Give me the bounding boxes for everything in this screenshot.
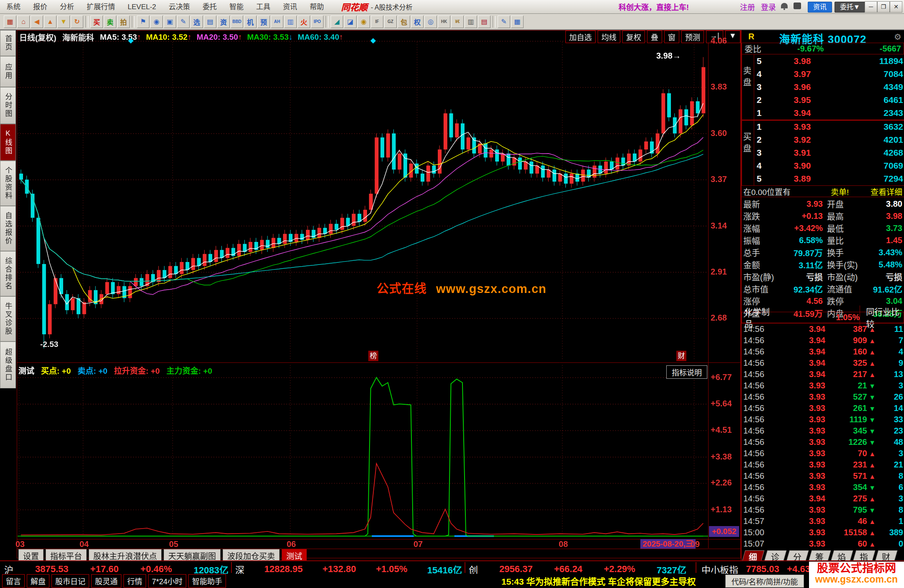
tick-trade-row[interactable]: 15:07 3.93 60 0	[742, 538, 904, 549]
report-icon[interactable]: ▥	[284, 15, 297, 28]
indicator-name[interactable]: 测试	[18, 365, 34, 376]
bbd-icon[interactable]: BBD	[231, 15, 243, 28]
tick-trade-row[interactable]: 14:56 3.94 275 3	[742, 493, 904, 504]
bag-icon[interactable]: 包	[398, 15, 410, 28]
tick-trade-row[interactable]: 14:56 3.93 571 8	[742, 470, 904, 482]
bottom-bar-button[interactable]: 股市日记	[51, 574, 89, 588]
tick-trade-row[interactable]: 14:56 3.94 217 13	[742, 369, 904, 380]
bottom-bar-button[interactable]: 股灵通	[91, 574, 121, 588]
down-arrow-icon[interactable]: ▼	[57, 15, 70, 28]
menu-item[interactable]: 扩展行情	[80, 0, 121, 13]
select-icon[interactable]: 选	[190, 15, 203, 28]
news-button[interactable]: 资讯	[808, 2, 832, 13]
buy-queue-row[interactable]: 53.897294	[754, 172, 904, 185]
back-icon[interactable]: ◀	[31, 15, 43, 28]
kline-icon[interactable]: ◪	[344, 15, 357, 28]
buy-icon[interactable]: 买	[90, 15, 103, 28]
left-tab[interactable]: 超级盘口	[0, 342, 16, 388]
sell-queue-row[interactable]: 33.964349	[754, 80, 904, 93]
buy-queue-row[interactable]: 43.907069	[754, 159, 904, 172]
tick-trade-row[interactable]: 14:56 3.93 1226 48	[742, 437, 904, 448]
left-tab[interactable]: K线图	[0, 124, 16, 161]
register-link[interactable]: 注册	[740, 1, 755, 12]
left-tab[interactable]: 综合排名	[0, 251, 16, 296]
chart-tool-button[interactable]: ▼	[725, 31, 740, 43]
menu-item[interactable]: 工具	[250, 0, 277, 13]
flag-icon[interactable]: ⚑	[137, 15, 149, 28]
menu-item[interactable]: 帮助	[303, 0, 330, 13]
us-flag-icon[interactable]: ▤	[478, 15, 491, 28]
tick-trade-row[interactable]: 14:56 3.93 261 14	[742, 403, 904, 414]
separator[interactable]	[85, 16, 88, 28]
chart-tool-button[interactable]: 均线	[598, 31, 620, 43]
fx-icon[interactable]: ¥€	[451, 15, 464, 28]
tick-trade-row[interactable]: 14:56 3.93 70 3	[742, 448, 904, 459]
separator[interactable]	[132, 16, 135, 28]
chart-tool-button[interactable]: 复权	[622, 31, 645, 43]
menu-item[interactable]: 智能	[223, 0, 250, 13]
tick-trade-row[interactable]: 14:56 3.93 354 6	[742, 482, 904, 493]
palette-icon[interactable]: ▦	[4, 15, 16, 28]
edit-icon[interactable]: ✎	[177, 15, 190, 28]
promo-link[interactable]: 科创大涨，直接上车!	[619, 1, 689, 12]
rights-icon[interactable]: 权	[411, 15, 424, 28]
sell-queue-row[interactable]: 43.977084	[754, 67, 904, 80]
rank-button[interactable]: 榜	[368, 351, 378, 361]
menu-item[interactable]: 分析	[54, 0, 80, 13]
auction-icon[interactable]: 拍	[117, 15, 130, 28]
monitor-icon[interactable]: ▣	[164, 15, 176, 28]
trade-button[interactable]: 委托▼	[835, 2, 865, 13]
bank-icon[interactable]: ▥	[465, 15, 477, 28]
finance-button[interactable]: 财	[676, 351, 686, 361]
capital-icon[interactable]: 资	[217, 15, 230, 28]
tick-trade-row[interactable]: 14:56 3.93 345 23	[742, 425, 904, 437]
buy-queue-row[interactable]: 23.924201	[754, 133, 904, 146]
up-arrow-icon[interactable]: ▲	[44, 15, 56, 28]
event-diamond-icon[interactable]: ◆	[370, 36, 376, 45]
refresh-icon[interactable]: ↻	[71, 15, 83, 28]
tick-trade-row[interactable]: 14:57 3.93 46 1	[742, 516, 904, 527]
indicator-help-button[interactable]: 指标说明	[666, 365, 707, 379]
tick-trade-row[interactable]: 14:56 3.93 1119 33	[742, 414, 904, 425]
left-tab[interactable]: 自选报价	[0, 206, 16, 251]
menu-item[interactable]: 系统	[0, 0, 27, 13]
bottom-bar-button[interactable]: 留言	[2, 574, 25, 588]
sector-row[interactable]: 化学制品 1.05% 同行业比较	[742, 312, 904, 323]
clock-icon[interactable]: ◉	[150, 15, 163, 28]
menu-item[interactable]: 资讯	[277, 0, 303, 13]
tick-trade-row[interactable]: 14:56 3.93 795 8	[742, 504, 904, 516]
tick-trade-row[interactable]: 15:00 3.93 15158 389	[742, 527, 904, 538]
sell-icon[interactable]: 卖	[104, 15, 116, 28]
separator[interactable]	[493, 16, 496, 28]
ah-icon[interactable]: AH	[271, 15, 283, 28]
bottom-bar-button[interactable]: 解盘	[27, 574, 49, 588]
chart-tool-button[interactable]: 叠	[647, 31, 662, 43]
tick-trade-row[interactable]: 14:56 3.94 387 11	[742, 324, 904, 335]
close-button[interactable]: ✕	[890, 1, 902, 13]
gift-icon[interactable]	[794, 3, 801, 9]
tick-trade-row[interactable]: 14:56 3.93 21 3	[742, 380, 904, 391]
buy-queue-row[interactable]: 13.933632	[754, 120, 904, 133]
coin-icon[interactable]: ◉	[357, 15, 370, 28]
tick-trade-row[interactable]: 14:56 3.93 527 26	[742, 391, 904, 403]
chart-tool-button[interactable]: 预测	[681, 31, 704, 43]
forecast-icon[interactable]: 预	[257, 15, 270, 28]
tick-trade-row[interactable]: 14:56 3.94 325 9	[742, 357, 904, 369]
event-diamond-icon[interactable]: ◆	[128, 36, 134, 45]
bottom-bar-button[interactable]: 7*24小时	[148, 574, 186, 588]
keyboard-icon[interactable]: ▦	[511, 15, 524, 28]
chart-period[interactable]: 日线(复权)	[19, 31, 56, 43]
restore-button[interactable]: ❐	[877, 1, 890, 13]
login-link[interactable]: 登录	[761, 1, 776, 12]
sell-queue-row[interactable]: 23.956461	[754, 94, 904, 107]
menu-item[interactable]: LEVEL-2	[121, 0, 162, 13]
bell-icon[interactable]	[781, 3, 788, 8]
sell-queue-row[interactable]: 13.942343	[754, 107, 904, 120]
ipo-icon[interactable]: IPO	[311, 15, 324, 28]
tick-trade-row[interactable]: 14:56 3.93 231 21	[742, 459, 904, 470]
chart-tool-button[interactable]: 窗	[664, 31, 679, 43]
chart-tool-button[interactable]: 加自选	[565, 31, 596, 43]
menu-item[interactable]: 委托	[196, 0, 223, 13]
code-search-input[interactable]	[725, 575, 804, 588]
tick-trade-row[interactable]: 14:56 3.94 160 4	[742, 346, 904, 357]
